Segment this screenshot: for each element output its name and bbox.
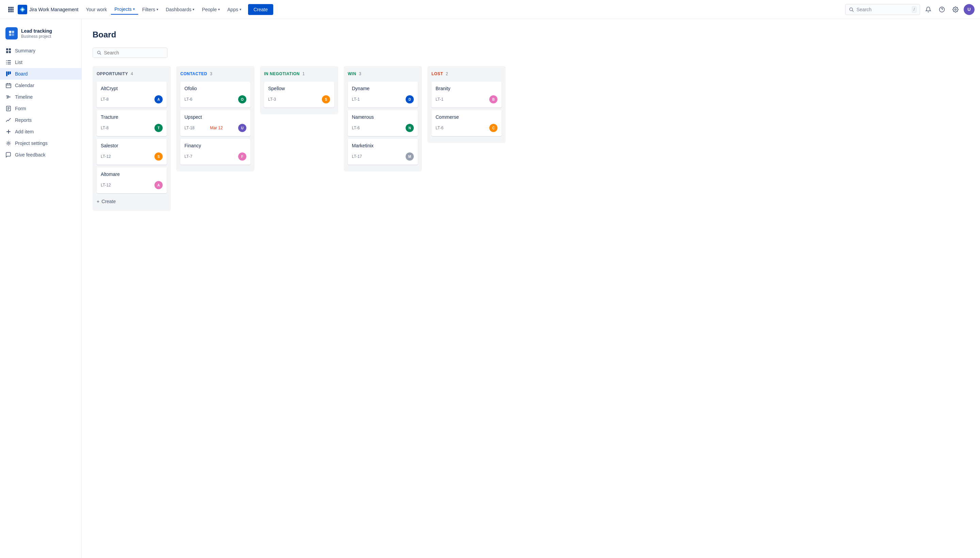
sidebar-item-timeline[interactable]: Timeline bbox=[0, 91, 81, 103]
svg-rect-27 bbox=[8, 64, 11, 64]
svg-rect-6 bbox=[8, 11, 10, 12]
projects-chevron-icon: ▾ bbox=[133, 7, 135, 11]
board-card[interactable]: Ofolio LT-6 O bbox=[181, 82, 250, 108]
svg-rect-30 bbox=[10, 71, 11, 74]
topnav-right: Search / U bbox=[845, 4, 975, 15]
user-avatar[interactable]: U bbox=[964, 4, 975, 15]
project-header[interactable]: Lead tracking Business project bbox=[0, 25, 81, 45]
column-count: 4 bbox=[131, 71, 133, 76]
board-card[interactable]: Namerous LT-6 N bbox=[348, 110, 418, 136]
nav-apps[interactable]: Apps ▾ bbox=[224, 5, 245, 14]
board-card[interactable]: Tracture LT-8 T bbox=[97, 110, 167, 136]
settings-button[interactable] bbox=[950, 4, 961, 15]
card-id: LT-6 bbox=[435, 126, 443, 130]
card-id: LT-12 bbox=[101, 154, 111, 159]
sidebar-item-label: Add item bbox=[15, 129, 76, 135]
create-button[interactable]: Create bbox=[248, 4, 273, 15]
column-count: 3 bbox=[210, 71, 212, 76]
board-card[interactable]: Altomare LT-12 A bbox=[97, 167, 167, 193]
dashboards-chevron-icon: ▾ bbox=[193, 8, 194, 11]
search-placeholder: Search bbox=[857, 7, 909, 12]
column-count: 2 bbox=[446, 71, 448, 76]
nav-projects[interactable]: Projects ▾ bbox=[111, 5, 138, 15]
sidebar-item-project-settings[interactable]: Project settings bbox=[0, 138, 81, 149]
column-count: 3 bbox=[359, 71, 361, 76]
sidebar-item-list[interactable]: List bbox=[0, 56, 81, 68]
nav-your-work[interactable]: Your work bbox=[82, 5, 110, 14]
sidebar-nav: Summary List Board Calendar Timeline For… bbox=[0, 45, 81, 161]
svg-rect-16 bbox=[9, 34, 11, 36]
card-title: Financy bbox=[184, 143, 246, 148]
svg-rect-0 bbox=[8, 7, 10, 8]
card-title: Dyname bbox=[352, 86, 414, 91]
card-avatar: M bbox=[405, 153, 414, 161]
card-meta: LT-12 A bbox=[101, 181, 163, 189]
card-title: Tracture bbox=[101, 114, 163, 120]
card-id: LT-8 bbox=[101, 97, 108, 102]
board-card[interactable]: Spellow LT-3 S bbox=[264, 82, 334, 108]
card-id: LT-1 bbox=[435, 97, 443, 102]
board-search-input[interactable] bbox=[104, 50, 163, 56]
nav-filters[interactable]: Filters ▾ bbox=[139, 5, 162, 14]
feedback-icon bbox=[5, 152, 11, 158]
card-meta: LT-6 C bbox=[435, 124, 497, 132]
card-avatar: T bbox=[154, 124, 163, 132]
card-avatar: S bbox=[154, 153, 163, 161]
sidebar-item-reports[interactable]: Reports bbox=[0, 114, 81, 126]
board-card[interactable]: Commerse LT-6 C bbox=[432, 110, 502, 136]
sidebar-item-give-feedback[interactable]: Give feedback bbox=[0, 149, 81, 161]
board-column-win: WIN 3 Dyname LT-1 D Namerous LT-6 N bbox=[344, 66, 422, 171]
svg-rect-28 bbox=[6, 71, 8, 76]
svg-point-13 bbox=[955, 8, 957, 10]
svg-point-44 bbox=[8, 143, 10, 144]
column-title: LOST bbox=[432, 71, 443, 76]
card-meta: LT-18 Mar 12 U bbox=[184, 124, 246, 132]
board-card[interactable]: Upspect LT-18 Mar 12 U bbox=[181, 110, 250, 136]
timeline-icon bbox=[5, 94, 11, 100]
card-meta: LT-1 D bbox=[352, 95, 414, 103]
card-meta: LT-8 A bbox=[101, 95, 163, 103]
card-title: Namerous bbox=[352, 114, 414, 120]
search-bar[interactable]: Search / bbox=[845, 4, 920, 15]
board-card[interactable]: Financy LT-7 F bbox=[181, 139, 250, 165]
board-card[interactable]: AltCrypt LT-8 A bbox=[97, 82, 167, 108]
card-meta: LT-1 B bbox=[435, 95, 497, 103]
card-avatar: N bbox=[405, 124, 414, 132]
sidebar-item-board[interactable]: Board bbox=[0, 68, 81, 80]
card-id: LT-17 bbox=[352, 154, 362, 159]
add-icon bbox=[5, 129, 11, 135]
board-card[interactable]: Branity LT-1 B bbox=[432, 82, 502, 108]
sidebar-item-summary[interactable]: Summary bbox=[0, 45, 81, 56]
sidebar-item-form[interactable]: Form bbox=[0, 103, 81, 114]
project-icon bbox=[5, 27, 18, 39]
sidebar-item-add-item[interactable]: Add item bbox=[0, 126, 81, 138]
svg-rect-26 bbox=[6, 64, 7, 64]
column-title: OPPORTUNITY bbox=[97, 71, 128, 76]
notifications-button[interactable] bbox=[923, 4, 934, 15]
board-search[interactable] bbox=[92, 48, 167, 58]
board-card[interactable]: Salestor LT-12 S bbox=[97, 139, 167, 165]
grid-menu-icon[interactable] bbox=[5, 4, 16, 15]
card-title: Spellow bbox=[268, 86, 330, 91]
column-create-button[interactable]: + Create bbox=[97, 196, 167, 207]
column-header: LOST 2 bbox=[432, 70, 502, 77]
card-title: Upspect bbox=[184, 114, 246, 120]
board-card[interactable]: Dyname LT-1 D bbox=[348, 82, 418, 108]
card-title: Marketinix bbox=[352, 143, 414, 148]
sidebar-item-label: Timeline bbox=[15, 94, 76, 100]
card-avatar: D bbox=[405, 95, 414, 103]
column-header: CONTACTED 3 bbox=[181, 70, 250, 77]
svg-rect-35 bbox=[6, 95, 9, 96]
board-card[interactable]: Marketinix LT-17 M bbox=[348, 139, 418, 165]
svg-rect-43 bbox=[7, 131, 11, 132]
svg-rect-37 bbox=[7, 98, 8, 98]
app-logo[interactable]: Jira Work Management bbox=[18, 5, 78, 14]
help-button[interactable] bbox=[936, 4, 947, 15]
sidebar-item-calendar[interactable]: Calendar bbox=[0, 80, 81, 91]
nav-dashboards[interactable]: Dashboards ▾ bbox=[163, 5, 198, 14]
svg-rect-21 bbox=[9, 51, 11, 53]
board-column-contacted: CONTACTED 3 Ofolio LT-6 O Upspect LT-18 … bbox=[176, 66, 254, 171]
board-column-opportunity: OPPORTUNITY 4 AltCrypt LT-8 A Tracture L… bbox=[92, 66, 171, 211]
svg-rect-3 bbox=[8, 9, 10, 11]
nav-people[interactable]: People ▾ bbox=[199, 5, 223, 14]
